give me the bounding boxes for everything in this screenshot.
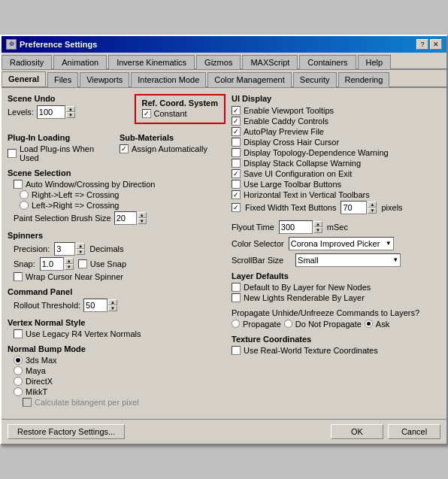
- help-button[interactable]: ?: [416, 39, 428, 50]
- ask-radio[interactable]: [365, 320, 373, 328]
- right-left-radio[interactable]: [20, 190, 29, 199]
- fixed-width-input[interactable]: [341, 201, 367, 214]
- wrap-cursor-checkbox[interactable]: [14, 272, 23, 281]
- fixed-width-spinner[interactable]: ▲ ▼: [341, 201, 377, 214]
- precision-spinner[interactable]: ▲ ▼: [54, 242, 85, 256]
- tab-interaction-mode[interactable]: Interaction Mode: [131, 72, 206, 87]
- flyout-input[interactable]: [279, 220, 313, 234]
- snap-input[interactable]: [40, 257, 64, 271]
- levels-down-arrow[interactable]: ▼: [66, 112, 75, 118]
- paint-brush-spinner[interactable]: ▲ ▼: [114, 211, 147, 225]
- tab-security[interactable]: Security: [293, 72, 337, 87]
- horizontal-text-checkbox[interactable]: [232, 190, 241, 199]
- fixed-width-up[interactable]: ▲: [368, 202, 377, 208]
- precision-up[interactable]: ▲: [76, 243, 85, 249]
- tab-help[interactable]: Help: [358, 55, 392, 69]
- normal-bump-title: Normal Bump Mode: [8, 344, 226, 353]
- rollout-spinner[interactable]: ▲ ▼: [83, 299, 117, 312]
- plugin-loading-label: Load Plug-ins When Used: [20, 144, 114, 162]
- scrollbar-dropdown[interactable]: Small ▼: [295, 253, 401, 267]
- autoplay-preview-label: AutoPlay Preview File: [244, 127, 324, 136]
- restore-factory-settings-button[interactable]: Restore Factory Settings...: [8, 424, 125, 439]
- enable-viewport-tooltips-label: Enable Viewport Tooltips: [244, 106, 334, 115]
- tab-maxscript[interactable]: MAXScript: [242, 55, 298, 69]
- cancel-button[interactable]: Cancel: [388, 424, 440, 439]
- tab-containers[interactable]: Containers: [299, 55, 356, 69]
- sub-materials-checkbox-row: Assign Automatically: [120, 144, 226, 153]
- normal-bump-maya-radio[interactable]: [14, 366, 23, 375]
- save-ui-config-checkbox[interactable]: [232, 169, 241, 178]
- save-ui-config-row: Save UI Configuration on Exit: [232, 169, 440, 178]
- tab-general[interactable]: General: [2, 71, 46, 86]
- ask-label: Ask: [376, 320, 389, 329]
- left-right-radio[interactable]: [20, 201, 29, 210]
- levels-up-arrow[interactable]: ▲: [66, 106, 75, 112]
- normal-bump-mikkt-radio[interactable]: [14, 387, 23, 396]
- tab-inverse-kinematics[interactable]: Inverse Kinematics: [108, 55, 195, 69]
- crosshair-cursor-row: Display Cross Hair Cursor: [232, 138, 440, 147]
- enable-caddy-controls-checkbox[interactable]: [232, 117, 241, 126]
- rollout-input[interactable]: [83, 299, 107, 312]
- propagate-options-row: Propagate Do Not Propagate Ask: [232, 320, 440, 329]
- crosshair-cursor-checkbox[interactable]: [232, 138, 241, 147]
- fixed-width-down[interactable]: ▼: [368, 208, 377, 214]
- legacy-vertex-checkbox[interactable]: [14, 329, 23, 338]
- paint-brush-input[interactable]: [114, 211, 137, 225]
- flyout-up[interactable]: ▲: [313, 221, 322, 227]
- topology-warning-checkbox[interactable]: [232, 148, 241, 157]
- sub-materials-checkbox[interactable]: [120, 144, 129, 153]
- tab-animation[interactable]: Animation: [53, 55, 107, 69]
- rollout-down[interactable]: ▼: [108, 305, 117, 311]
- real-world-texture-label: Use Real-World Texture Coordinates: [244, 346, 378, 355]
- tab-files[interactable]: Files: [47, 72, 78, 87]
- autoplay-preview-checkbox[interactable]: [232, 127, 241, 136]
- plugin-loading-checkbox[interactable]: [8, 149, 17, 158]
- precision-down[interactable]: ▼: [76, 249, 85, 255]
- flyout-spinner[interactable]: ▲ ▼: [279, 220, 322, 234]
- snap-spinner[interactable]: ▲ ▼: [40, 257, 74, 271]
- normal-bump-3dsmax-radio[interactable]: [14, 356, 23, 365]
- tab-radiosity[interactable]: Radiosity: [2, 55, 52, 69]
- snap-up[interactable]: ▲: [65, 258, 74, 264]
- use-snap-checkbox[interactable]: [78, 259, 87, 268]
- tab-viewports[interactable]: Viewports: [80, 72, 129, 87]
- large-toolbar-checkbox[interactable]: [232, 180, 241, 189]
- real-world-texture-checkbox[interactable]: [232, 346, 241, 355]
- close-button[interactable]: ✕: [430, 39, 442, 50]
- topology-warning-label: Display Topology-Dependence Warning: [244, 148, 389, 157]
- propagate-radio[interactable]: [232, 320, 240, 328]
- precision-input[interactable]: [54, 242, 75, 256]
- paint-brush-down[interactable]: ▼: [138, 218, 147, 224]
- color-selector-dropdown[interactable]: Corona Improved Picker ▼: [289, 237, 394, 250]
- rollout-up[interactable]: ▲: [108, 299, 117, 305]
- ref-coord-constant-row: Constant: [142, 109, 218, 118]
- snap-down[interactable]: ▼: [65, 264, 74, 270]
- auto-window-crossing-checkbox[interactable]: [14, 180, 23, 189]
- topology-warning-row: Display Topology-Dependence Warning: [232, 148, 440, 157]
- default-by-layer-checkbox[interactable]: [232, 283, 241, 292]
- stack-collapse-warning-checkbox[interactable]: [232, 159, 241, 168]
- default-by-layer-label: Default to By Layer for New Nodes: [244, 283, 371, 292]
- levels-input[interactable]: [37, 105, 65, 119]
- sub-materials-section: Sub-Materials Assign Automatically: [120, 133, 226, 164]
- fixed-width-checkbox[interactable]: [232, 203, 241, 212]
- do-not-propagate-radio[interactable]: [284, 320, 292, 328]
- fixed-width-row: Fixed Width Text Buttons ▲ ▼ pixels: [232, 201, 440, 214]
- new-lights-checkbox[interactable]: [232, 293, 241, 302]
- flyout-down[interactable]: ▼: [313, 227, 322, 233]
- normal-bump-directx-radio[interactable]: [14, 377, 23, 386]
- tab-rendering[interactable]: Rendering: [338, 72, 390, 87]
- bitangent-checkbox[interactable]: [23, 398, 32, 407]
- large-toolbar-label: Use Large Toolbar Buttons: [244, 180, 341, 189]
- ui-display-section: UI Display Enable Viewport Tooltips Enab…: [232, 94, 440, 214]
- normal-bump-directx-label: DirectX: [26, 377, 53, 386]
- ok-button[interactable]: OK: [331, 424, 383, 439]
- color-selector-label: Color Selector: [232, 239, 284, 248]
- tab-color-management[interactable]: Color Management: [207, 72, 292, 87]
- tab-gizmos[interactable]: Gizmos: [196, 55, 241, 69]
- levels-spinner[interactable]: ▲ ▼: [37, 105, 75, 119]
- paint-brush-up[interactable]: ▲: [138, 212, 147, 218]
- normal-bump-3dsmax-row: 3ds Max: [14, 356, 226, 365]
- ref-coord-constant-checkbox[interactable]: [142, 109, 151, 118]
- enable-viewport-tooltips-checkbox[interactable]: [232, 106, 241, 115]
